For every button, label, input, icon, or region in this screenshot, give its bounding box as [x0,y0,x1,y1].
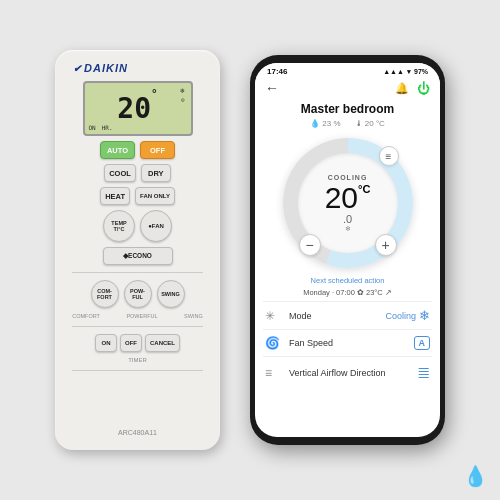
status-time: 17:46 [267,67,287,76]
bell-icon[interactable]: 🔔 [395,82,409,95]
dry-button[interactable]: DRY [141,164,171,182]
dial-unit: °C [358,183,370,195]
temp-fan-row: TEMPT/°C ●FAN [103,210,172,242]
airflow-setting-row[interactable]: ≡ Vertical Airflow Direction ≣ [255,357,440,388]
fan-button[interactable]: ●FAN [140,210,172,242]
airflow-icon: ≡ [265,366,281,380]
dial-temperature: 20 [325,183,358,213]
signal-icon: ▲▲▲ [383,68,404,75]
powerful-label: POWERFUL [126,313,157,319]
brand-name: DAIKIN [84,62,128,74]
fan-speed-value: A [414,336,431,350]
dial-plus-button[interactable]: + [375,234,397,256]
off-timer-button[interactable]: OFF [120,334,142,352]
fan-speed-setting-row[interactable]: 🌀 Fan Speed A [255,330,440,356]
divider-1 [72,272,203,273]
water-drop-decoration: 💧 [463,464,488,488]
room-title: Master bedroom [255,100,440,118]
on-button[interactable]: ON [95,334,117,352]
fan-only-button[interactable]: FAN ONLY [135,187,175,205]
temp-stat: 🌡 20 °C [355,119,385,128]
main-scene: ✔ DAIKIN ❄ ⊙ 20 ° ON HR. AUTO OFF COOL D… [0,0,500,500]
cool-dry-row: COOL DRY [104,164,171,182]
mode-setting-row[interactable]: ✳ Mode Cooling ❄ [255,302,440,329]
thermostat-dial-container: COOLING 20 °C .0 ❄ − + ≡ [255,132,440,274]
wifi-icon: ▾ [407,68,411,76]
thermostat-dial[interactable]: COOLING 20 °C .0 ❄ − + ≡ [283,138,413,268]
dial-minus-button[interactable]: − [299,234,321,256]
airflow-label: Vertical Airflow Direction [289,368,409,378]
powerful-button[interactable]: POW-FUL [124,280,152,308]
dial-sub-icon: ❄ [345,225,351,233]
comfort-label: COMFORT [72,313,100,319]
heat-button[interactable]: HEAT [100,187,130,205]
divider-3 [72,370,203,371]
back-button[interactable]: ← [265,80,279,96]
econo-button[interactable]: ◆ECONO [103,247,173,265]
heat-fan-row: HEAT FAN ONLY [100,187,175,205]
battery-level: 97% [414,68,428,75]
airflow-value: ≣ [417,363,430,382]
auto-off-row: AUTO OFF [100,141,175,159]
humidity-stat: 💧 23 % [310,119,340,128]
mode-label: Mode [289,311,377,321]
off-button[interactable]: OFF [140,141,175,159]
next-scheduled-label: Next scheduled action [255,274,440,287]
phone-header: ← 🔔 ⏻ [255,76,440,100]
timer-label: TIMER [128,357,147,363]
lcd-temperature: 20 [117,95,151,123]
dial-mode-label: COOLING [328,174,368,181]
econo-row: ◆ECONO [103,247,173,265]
status-bar: 17:46 ▲▲▲ ▾ 97% [255,63,440,76]
schedule-detail: Monday · 07:00 ✿ 23°C ↗ [255,287,440,301]
power-button[interactable]: ⏻ [417,81,430,96]
model-number: ARC480A11 [118,429,157,436]
smartphone: 17:46 ▲▲▲ ▾ 97% ← 🔔 ⏻ Master bedroom [250,55,445,445]
cancel-button[interactable]: CANCEL [145,334,180,352]
swing-button[interactable]: SWING [157,280,185,308]
dial-menu-button[interactable]: ≡ [379,146,399,166]
timer-row: ON OFF CANCEL [95,334,180,352]
lcd-display: ❄ ⊙ 20 ° ON HR. [83,81,193,136]
fan-icon: 🌀 [265,336,281,350]
auto-button[interactable]: AUTO [100,141,135,159]
swing-label: SWING [184,313,203,319]
mode-icon: ✳ [265,309,281,323]
cooling-icon: ❄ [419,308,430,323]
divider-2 [72,326,203,327]
comfort-powerful-swing-row: COM-FORT POW-FUL SWING [91,280,185,308]
fan-speed-label: Fan Speed [289,338,406,348]
comfort-button[interactable]: COM-FORT [91,280,119,308]
phone-screen: 17:46 ▲▲▲ ▾ 97% ← 🔔 ⏻ Master bedroom [255,63,440,437]
room-stats: 💧 23 % 🌡 20 °C [255,118,440,132]
brand-logo: ✔ DAIKIN [65,62,210,74]
temp-button[interactable]: TEMPT/°C [103,210,135,242]
dial-decimal: .0 [343,213,352,225]
cool-button[interactable]: COOL [104,164,136,182]
mode-value: Cooling ❄ [385,308,430,323]
remote-control: ✔ DAIKIN ❄ ⊙ 20 ° ON HR. AUTO OFF COOL D… [55,50,220,450]
